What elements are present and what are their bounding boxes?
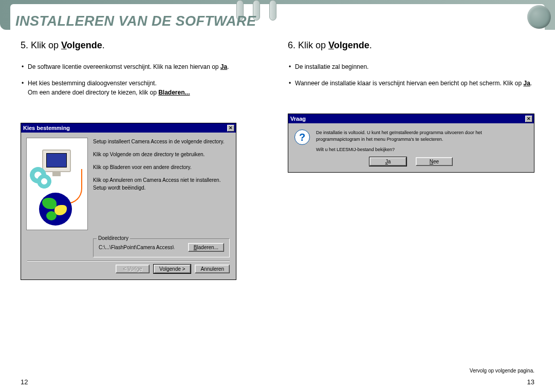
- cancel-button[interactable]: Annuleren: [195, 265, 230, 273]
- step-number: 5.: [21, 40, 28, 50]
- bullet-item: De software licentie overeenkomst versch…: [21, 62, 267, 71]
- step-word: olgende: [334, 40, 369, 50]
- next-button[interactable]: Volgende >: [154, 265, 191, 273]
- yes-button[interactable]: Ja: [369, 157, 406, 166]
- step-word: olgende: [67, 40, 102, 50]
- left-column: 5. Klik op Volgende. De software licenti…: [21, 40, 267, 364]
- question-dialog: Vraag ✕ ? De installatie is voltooid. U …: [288, 114, 534, 173]
- destination-label: Doeldirectory: [97, 235, 130, 241]
- browse-button[interactable]: Bladeren...: [188, 243, 224, 252]
- destination-frame: Doeldirectory C:\...\FlashPoint\Camera A…: [93, 238, 230, 257]
- page-title: INSTALLEREN VAN DE SOFTWARE: [15, 13, 256, 29]
- dialog-title: Kies bestemming: [23, 125, 70, 131]
- close-icon[interactable]: ✕: [525, 116, 532, 122]
- dialog-title: Vraag: [290, 116, 306, 122]
- dialog-titlebar[interactable]: Kies bestemming ✕: [21, 123, 236, 133]
- close-icon[interactable]: ✕: [227, 125, 234, 132]
- decorative-knob: [527, 5, 551, 29]
- page-number-left: 12: [21, 378, 28, 386]
- question-icon: ?: [294, 129, 310, 145]
- destination-path: C:\...\FlashPoint\Camera Access\: [99, 245, 174, 250]
- right-column: 6. Klik op Volgende. De installatie zal …: [288, 40, 534, 364]
- step-dot: .: [369, 40, 372, 50]
- bullet-item: De installatie zal beginnen.: [288, 62, 534, 71]
- step-hotkey: V: [328, 40, 334, 50]
- back-button: < Vorige: [116, 265, 150, 273]
- step-5-bullets: De software licentie overeenkomst versch…: [21, 62, 267, 97]
- installer-graphic: [26, 138, 88, 230]
- continued-note: Vervolg op volgende pagina.: [470, 368, 534, 374]
- bullet-item: Het kies bestemming dialoogvenster versc…: [21, 79, 267, 97]
- dialog-message: Setup installeert Camera Access in de vo…: [93, 138, 229, 230]
- dialog-titlebar[interactable]: Vraag ✕: [288, 114, 534, 123]
- step-hotkey: V: [61, 40, 67, 50]
- dialog-message: De installatie is voltooid. U kunt het g…: [316, 129, 526, 153]
- bullet-item: Wanneer de installatie klaar is verschij…: [288, 79, 534, 88]
- step-5-heading: 5. Klik op Volgende.: [21, 40, 267, 51]
- step-6-heading: 6. Klik op Volgende.: [288, 40, 534, 51]
- step-prefix: Klik op: [298, 40, 328, 50]
- step-6-bullets: De installatie zal beginnen. Wanneer de …: [288, 62, 534, 88]
- step-prefix: Klik op: [31, 40, 61, 50]
- step-dot: .: [102, 40, 105, 50]
- choose-destination-dialog: Kies bestemming ✕ Setup i: [21, 123, 236, 280]
- dialog-divider: [27, 260, 230, 262]
- step-number: 6.: [288, 40, 295, 50]
- no-button[interactable]: Nee: [416, 157, 453, 166]
- page-number-right: 13: [527, 378, 534, 386]
